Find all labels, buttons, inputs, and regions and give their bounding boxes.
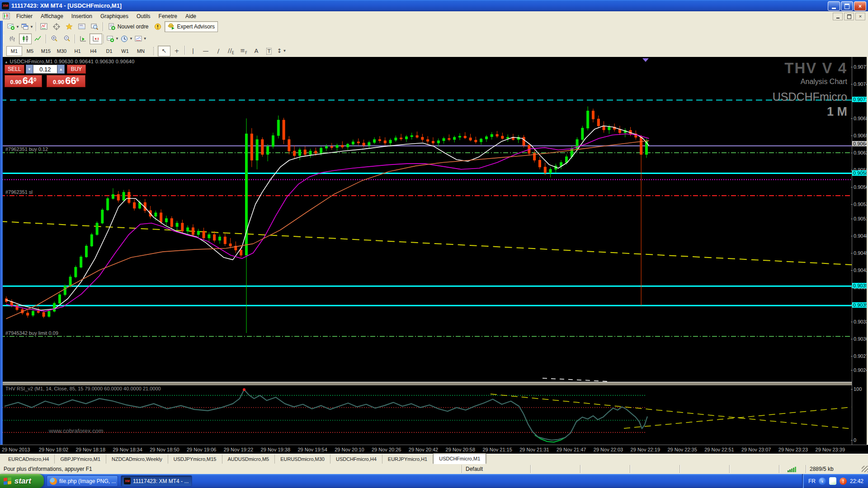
text-tool-button[interactable]: A: [250, 46, 263, 56]
toolbar-grip[interactable]: [153, 47, 156, 55]
autotrading-warning-button[interactable]: [152, 21, 165, 32]
task-button[interactable]: XM11117423: XM MT4 - ...: [121, 475, 192, 487]
child-minimize-button[interactable]: [833, 13, 843, 20]
timeframe-m5[interactable]: M5: [22, 46, 38, 56]
buy-price[interactable]: 0.90666: [47, 75, 85, 87]
menu-fenetre[interactable]: Fenetre: [155, 12, 181, 21]
volume-down-button[interactable]: ▼: [26, 65, 33, 74]
menu-affichage[interactable]: Affichage: [37, 12, 67, 21]
tab-nzdcadmicro-weekly[interactable]: NZDCADmicro,Weekly: [106, 455, 168, 464]
strategy-tester-button[interactable]: [89, 21, 101, 32]
timeframe-m1[interactable]: M1: [6, 46, 22, 56]
candle-body: [96, 223, 98, 235]
resize-grip[interactable]: [862, 466, 868, 472]
toolbar-separator: [104, 34, 104, 43]
tab-eurjpymicro-h1[interactable]: EURJPYmicro,H1: [382, 455, 433, 464]
terminal-button[interactable]: [76, 21, 89, 32]
time-label: 29 Nov 22:03: [594, 447, 623, 452]
collapse-icon[interactable]: ▲: [5, 60, 8, 64]
candle-body: [410, 136, 413, 137]
minimize-button[interactable]: [828, 1, 840, 11]
auto-scroll-button[interactable]: [77, 33, 90, 44]
child-restore-button[interactable]: [844, 13, 854, 20]
new-chart-button[interactable]: ▼: [6, 21, 20, 32]
price-scale[interactable]: 0.907750.907450.906850.906550.906250.905…: [852, 57, 867, 445]
channel-tool-button[interactable]: //E: [225, 46, 237, 56]
timeframe-h1[interactable]: H1: [70, 46, 85, 56]
fibonacci-tool-button[interactable]: ≡F: [237, 46, 250, 56]
candle-body: [229, 244, 231, 246]
task-label: file.php (Image PNG, ...: [59, 478, 116, 484]
time-label: 29 Nov 20:58: [446, 447, 475, 452]
timeframe-mn[interactable]: MN: [133, 46, 149, 56]
tab-gbpjpymicro-m1[interactable]: GBPJPYmicro,M1: [55, 455, 106, 464]
buy-button[interactable]: BUY: [67, 65, 86, 74]
market-watch-button[interactable]: [38, 21, 51, 32]
tab-eurusdmicro-m30[interactable]: EURUSDmicro,M30: [275, 455, 330, 464]
vertical-line-tool-button[interactable]: |: [187, 46, 199, 56]
templates-button[interactable]: ▼: [134, 33, 148, 44]
task-button[interactable]: file.php (Image PNG, ...: [47, 475, 118, 487]
security-alert-icon[interactable]: !: [840, 478, 847, 485]
cursor-tool-button[interactable]: ↖: [158, 46, 170, 56]
start-button[interactable]: start: [0, 474, 44, 488]
time-axis[interactable]: 29 Nov 201329 Nov 18:0229 Nov 18:1829 No…: [0, 445, 868, 454]
pane-separator[interactable]: [0, 382, 868, 385]
menu-aide[interactable]: Aide: [181, 12, 200, 21]
menu-outils[interactable]: Outils: [132, 12, 155, 21]
close-button[interactable]: ×: [854, 1, 866, 11]
status-profile[interactable]: Default: [462, 465, 530, 473]
zoom-out-button[interactable]: [61, 33, 73, 44]
sell-button[interactable]: SELL: [5, 65, 24, 74]
title-bar: XM 11117423: XM MT4 - [USDCHFmicro,M1] ×: [0, 0, 868, 11]
child-close-button[interactable]: ×: [855, 13, 865, 20]
taskbar: start file.php (Image PNG, ...XM11117423…: [0, 474, 868, 488]
rsi-signal-dot: [243, 388, 245, 391]
volume-input[interactable]: 0.12: [33, 65, 57, 74]
profiles-button[interactable]: ▼: [20, 21, 34, 32]
crosshair-target-button[interactable]: [51, 21, 63, 32]
messenger-tray-icon[interactable]: [829, 477, 836, 485]
timeframe-m15[interactable]: M15: [38, 46, 54, 56]
bar-chart-button[interactable]: [6, 33, 19, 44]
desktop: XM 11117423: XM MT4 - [USDCHFmicro,M1] ×…: [0, 0, 868, 488]
timeframe-h4[interactable]: H4: [85, 46, 101, 56]
chart-shift-button[interactable]: [90, 33, 102, 44]
order-label: #7962351 buy 0.12: [5, 146, 48, 152]
tab-usdchfmicro-m1[interactable]: USDCHFmicro,M1: [433, 453, 486, 464]
menu-graphiques[interactable]: Graphiques: [96, 12, 132, 21]
tab-usdchfmicro-h4[interactable]: USDCHFmicro,H4: [330, 455, 382, 464]
new-order-button[interactable]: Nouvel ordre: [105, 21, 152, 32]
candle-body: [107, 198, 109, 210]
crosshair-tool-button[interactable]: +: [170, 46, 183, 56]
templates-icon: [135, 35, 142, 42]
menu-fichier[interactable]: Fichier: [12, 12, 37, 21]
zoom-in-button[interactable]: [48, 33, 61, 44]
tab-eurcadmicro-h4[interactable]: EURCADmicro,H4: [3, 455, 55, 464]
indicators-button[interactable]: ▼: [106, 33, 120, 44]
candlestick-chart-button[interactable]: [19, 33, 32, 44]
navigator-button[interactable]: [63, 21, 76, 32]
restore-button[interactable]: [841, 1, 853, 11]
candle-body: [267, 146, 269, 155]
periods-button[interactable]: ▼: [120, 33, 134, 44]
menu-insertion[interactable]: Insertion: [67, 12, 96, 21]
line-chart-button[interactable]: [32, 33, 44, 44]
clock: 22:42: [850, 478, 863, 484]
expert-advisors-button[interactable]: Expert Advisors: [165, 21, 218, 32]
trendline-tool-button[interactable]: /: [212, 46, 225, 56]
timeframe-m30[interactable]: M30: [54, 46, 70, 56]
language-indicator[interactable]: FR: [808, 478, 816, 484]
timeframe-w1[interactable]: W1: [117, 46, 133, 56]
sell-price[interactable]: 0.90640: [5, 75, 42, 87]
arrows-tool-button[interactable]: ↕▼: [275, 46, 288, 56]
hide-icons-chevron-icon[interactable]: ‹: [819, 478, 826, 485]
volume-up-button[interactable]: ▲: [57, 65, 65, 74]
chart-ohlc-info: ▲ USDCHFmicro,M1 0.90630 0.90641 0.90630…: [5, 59, 135, 64]
candle-body: [443, 138, 445, 141]
timeframe-d1[interactable]: D1: [101, 46, 117, 56]
label-tool-button[interactable]: T: [263, 46, 275, 56]
horizontal-line-tool-button[interactable]: —: [199, 46, 212, 56]
tab-audusdmicro-m5[interactable]: AUDUSDmicro,M5: [222, 455, 275, 464]
tab-usdjpymicro-m15[interactable]: USDJPYmicro,M15: [168, 455, 222, 464]
